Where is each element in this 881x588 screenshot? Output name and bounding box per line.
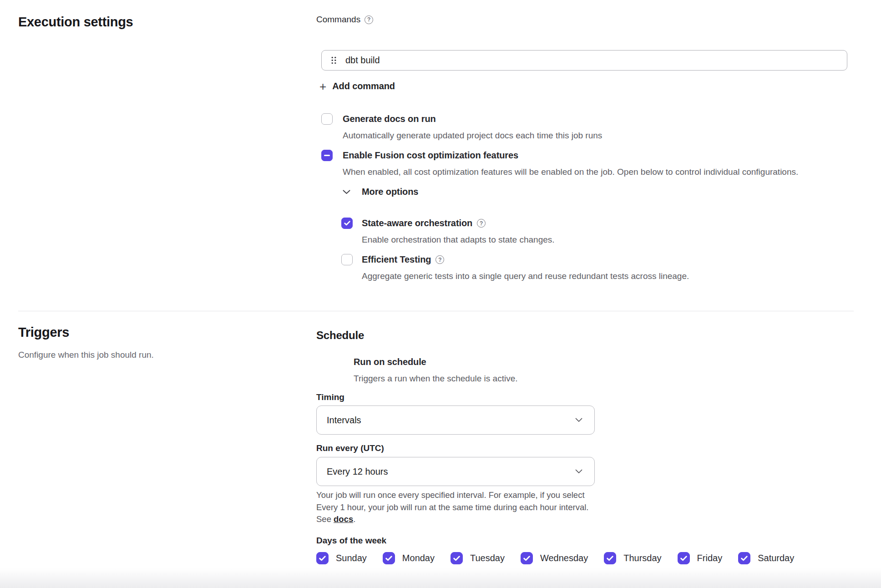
triggers-title: Triggers (18, 325, 69, 340)
run-every-label: Run every (UTC) (316, 443, 384, 453)
generate-docs-checkbox[interactable] (321, 113, 333, 125)
timing-select-value: Intervals (327, 415, 361, 426)
day-item-monday: Monday (383, 552, 435, 564)
wednesday-label: Wednesday (540, 553, 588, 563)
efficient-testing-help-icon[interactable]: ? (435, 255, 444, 264)
fusion-checkbox[interactable] (321, 150, 333, 161)
chevron-down-icon (575, 416, 582, 424)
more-options-label: More options (362, 187, 418, 197)
job-settings-page: Execution settings Commands ? dbt build … (0, 0, 881, 588)
efficient-testing-description: Aggregate generic tests into a single qu… (362, 271, 689, 281)
efficient-testing-checkbox[interactable] (341, 254, 353, 265)
schedule-title: Schedule (316, 329, 364, 342)
interval-helper-text: Your job will run once every specified i… (316, 489, 589, 526)
friday-checkbox[interactable] (678, 552, 690, 564)
thursday-checkbox[interactable] (604, 552, 616, 564)
days-of-week-row: Sunday Monday Tuesday Wednesday Thursday… (316, 552, 794, 564)
plus-icon: + (319, 82, 326, 91)
saturday-label: Saturday (758, 553, 794, 563)
run-every-select[interactable]: Every 12 hours (316, 457, 595, 486)
run-on-schedule-label: Run on schedule (354, 357, 426, 367)
chevron-down-icon (575, 467, 582, 476)
thursday-label: Thursday (623, 553, 661, 563)
command-input[interactable]: dbt build (321, 50, 847, 71)
chevron-down-icon (343, 188, 350, 196)
wednesday-checkbox[interactable] (521, 552, 533, 564)
helper-text-after: . (353, 514, 355, 524)
sunday-label: Sunday (336, 553, 367, 563)
timing-select[interactable]: Intervals (316, 406, 595, 435)
day-item-friday: Friday (678, 552, 723, 564)
state-aware-description: Enable orchestration that adapts to stat… (362, 235, 555, 245)
day-item-thursday: Thursday (604, 552, 661, 564)
days-of-week-label: Days of the week (316, 536, 386, 546)
commands-label: Commands (316, 15, 360, 25)
drag-handle-icon[interactable] (331, 56, 336, 64)
fusion-description: When enabled, all cost optimization feat… (343, 167, 798, 177)
day-item-wednesday: Wednesday (521, 552, 588, 564)
state-aware-help-icon[interactable]: ? (477, 219, 486, 228)
run-on-schedule-description: Triggers a run when the schedule is acti… (354, 374, 517, 384)
day-item-saturday: Saturday (738, 552, 794, 564)
command-value[interactable]: dbt build (345, 55, 380, 66)
commands-help-icon[interactable]: ? (365, 15, 373, 24)
add-command-label: Add command (332, 81, 395, 91)
fusion-label: Enable Fusion cost optimization features (343, 150, 518, 161)
commands-field-label-row: Commands ? (316, 15, 373, 25)
generate-docs-label: Generate docs on run (343, 114, 436, 124)
more-options-toggle[interactable]: More options (343, 187, 418, 197)
efficient-testing-label: Efficient Testing (362, 254, 431, 265)
section-divider (18, 311, 854, 311)
toggle-knob (301, 355, 314, 369)
monday-label: Monday (402, 553, 435, 563)
generate-docs-description: Automatically generate updated project d… (343, 131, 602, 141)
helper-text-before: Your job will run once every specified i… (316, 490, 588, 524)
sunday-checkbox[interactable] (316, 552, 329, 564)
timing-label: Timing (316, 392, 344, 402)
friday-label: Friday (697, 553, 723, 563)
saturday-checkbox[interactable] (738, 552, 750, 564)
docs-link[interactable]: docs (334, 514, 353, 524)
triggers-subtitle: Configure when this job should run. (18, 350, 154, 360)
state-aware-checkbox[interactable] (341, 218, 353, 229)
day-item-tuesday: Tuesday (451, 552, 505, 564)
tuesday-checkbox[interactable] (451, 552, 463, 564)
scroll-fade (0, 568, 881, 588)
add-command-button[interactable]: + Add command (319, 81, 395, 91)
state-aware-label: State-aware orchestration (362, 218, 472, 228)
toggle-check-icon (320, 359, 328, 367)
monday-checkbox[interactable] (383, 552, 395, 564)
day-item-sunday: Sunday (316, 552, 367, 564)
tuesday-label: Tuesday (470, 553, 505, 563)
execution-settings-title: Execution settings (18, 15, 133, 30)
run-every-select-value: Every 12 hours (327, 466, 388, 477)
